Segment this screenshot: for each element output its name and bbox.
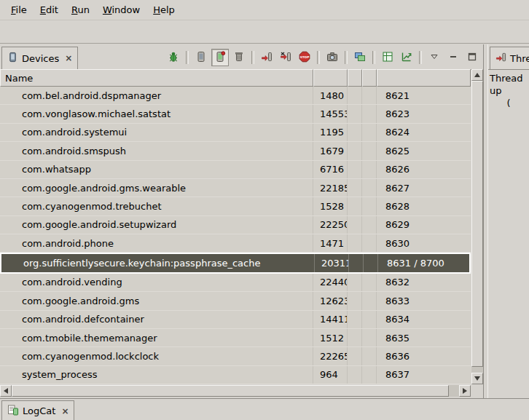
empty-cell bbox=[362, 347, 377, 365]
process-name: com.android.smspush bbox=[0, 142, 313, 159]
table-row[interactable]: com.android.vending 22440 8632 bbox=[0, 274, 471, 292]
vertical-scrollbar[interactable] bbox=[471, 69, 483, 384]
process-pid: 6716 bbox=[313, 161, 348, 178]
menu-help[interactable]: Help bbox=[146, 1, 181, 18]
minimize-button[interactable] bbox=[444, 49, 462, 66]
process-port: 8629 bbox=[377, 216, 471, 234]
process-pid: 1679 bbox=[313, 142, 348, 159]
device-icon bbox=[7, 52, 18, 65]
trash-icon bbox=[233, 51, 245, 65]
ddms-window: FileEditRunWindowHelp Devices × bbox=[0, 0, 529, 420]
empty-cell bbox=[349, 254, 364, 272]
chart-arrow-icon bbox=[401, 51, 412, 65]
main-area: Devices × bbox=[0, 44, 529, 398]
stop-method-profiling-button[interactable] bbox=[277, 49, 294, 66]
toolbar-separator bbox=[251, 51, 254, 64]
process-port: 8634 bbox=[377, 311, 471, 328]
table-row[interactable]: com.cyanogenmod.lockclock 22265 8636 bbox=[0, 347, 471, 365]
column-header-port bbox=[377, 69, 471, 87]
cause-gc-button[interactable] bbox=[230, 49, 248, 66]
process-port: 8624 bbox=[377, 124, 471, 141]
table-row[interactable]: com.google.android.setupwizard 22250 862… bbox=[0, 216, 471, 234]
tab-threads-label: Threads bbox=[510, 53, 529, 64]
horizontal-scrollbar[interactable] bbox=[0, 385, 471, 397]
empty-cell bbox=[348, 124, 362, 141]
table-row[interactable]: com.cyanogenmod.trebuchet 1528 8628 bbox=[0, 197, 471, 215]
screen-capture-button[interactable] bbox=[324, 49, 341, 66]
vertical-scroll-thumb[interactable] bbox=[471, 81, 483, 367]
device-table-body: com.bel.android.dspmanager 1480 8621 com… bbox=[0, 87, 471, 384]
logcat-bar: LogCat × bbox=[0, 398, 529, 420]
toolbar-separator bbox=[186, 51, 189, 64]
menu-window[interactable]: Window bbox=[96, 1, 146, 18]
empty-cell bbox=[348, 311, 362, 328]
table-row[interactable]: com.whatsapp 6716 8626 bbox=[0, 161, 471, 179]
stop-process-button[interactable]: STOP bbox=[296, 49, 313, 66]
table-row[interactable]: com.google.android.gms.wearable 22185 86… bbox=[0, 179, 471, 197]
view-hierarchy-button[interactable] bbox=[379, 49, 396, 66]
arrow-up-icon bbox=[474, 73, 480, 77]
dump-hprof-button[interactable] bbox=[211, 49, 229, 66]
debug-process-button[interactable] bbox=[165, 49, 182, 66]
tab-devices-label: Devices bbox=[22, 53, 59, 64]
tab-threads[interactable]: Threads bbox=[490, 47, 529, 69]
menu-file[interactable]: File bbox=[4, 1, 34, 18]
table-row[interactable]: org.sufficientlysecure.keychain:passphra… bbox=[0, 253, 471, 273]
table-row[interactable]: com.android.smspush 1679 8625 bbox=[0, 142, 471, 160]
arrow-left-icon bbox=[4, 388, 8, 394]
process-name: com.google.android.gms bbox=[0, 292, 313, 309]
tab-devices[interactable]: Devices × bbox=[1, 47, 78, 69]
process-pid: 1480 bbox=[313, 87, 348, 104]
dual-screen-capture-button[interactable] bbox=[351, 49, 369, 66]
table-row[interactable]: com.vonglasow.michael.satstat 14553 8623 bbox=[0, 105, 471, 123]
empty-cell bbox=[362, 366, 377, 384]
table-row[interactable]: com.tmobile.thememanager 1512 8635 bbox=[0, 329, 471, 347]
devices-toolbar: STOP bbox=[165, 48, 481, 67]
process-pid: 1512 bbox=[313, 329, 348, 346]
scroll-right-button[interactable] bbox=[459, 385, 471, 397]
horizontal-scroll-thumb[interactable] bbox=[12, 385, 449, 397]
table-row[interactable]: com.android.phone 1471 8630 bbox=[0, 234, 471, 253]
process-name: com.android.phone bbox=[0, 234, 313, 252]
table-row[interactable]: system_process 964 8637 bbox=[0, 366, 471, 384]
table-row[interactable]: com.google.android.gms 12623 8633 bbox=[0, 292, 471, 310]
threads-message-line2: ( bbox=[490, 97, 528, 109]
close-icon[interactable]: × bbox=[65, 53, 72, 63]
table-row[interactable]: com.android.defcontainer 14411 8634 bbox=[0, 311, 471, 329]
dual-screen-icon bbox=[354, 51, 366, 65]
empty-cell bbox=[348, 366, 362, 384]
process-pid: 1471 bbox=[313, 234, 348, 252]
maximize-button[interactable] bbox=[463, 49, 481, 66]
empty-cell bbox=[348, 234, 362, 252]
update-heap-button[interactable] bbox=[192, 49, 210, 66]
view-menu-button[interactable] bbox=[426, 49, 443, 66]
table-row[interactable]: com.android.systemui 1195 8624 bbox=[0, 124, 471, 142]
empty-cell bbox=[362, 292, 377, 309]
table-row[interactable]: com.bel.android.dspmanager 1480 8621 bbox=[0, 87, 471, 105]
empty-cell bbox=[362, 274, 377, 291]
update-threads-button[interactable] bbox=[258, 49, 275, 66]
column-header-name[interactable]: Name bbox=[0, 69, 313, 87]
empty-cell bbox=[364, 254, 378, 272]
empty-cell bbox=[362, 197, 377, 215]
toolbar-separator bbox=[345, 51, 348, 64]
scroll-left-button[interactable] bbox=[0, 385, 12, 397]
close-icon[interactable]: × bbox=[61, 406, 68, 416]
scrollbar-corner bbox=[471, 385, 483, 397]
menu-run[interactable]: Run bbox=[65, 1, 96, 18]
empty-cell bbox=[348, 142, 362, 159]
threads-panel: Threads Thread up ( bbox=[487, 44, 529, 398]
empty-cell bbox=[348, 197, 362, 215]
minimize-icon bbox=[448, 52, 458, 64]
menu-edit[interactable]: Edit bbox=[34, 1, 65, 18]
tab-logcat[interactable]: LogCat × bbox=[1, 400, 74, 420]
capture-view-button[interactable] bbox=[398, 49, 415, 66]
arrow-down-icon bbox=[474, 376, 480, 381]
arrow-right-icon bbox=[463, 388, 467, 394]
process-name: org.sufficientlysecure.keychain:passphra… bbox=[1, 254, 315, 272]
scroll-down-button[interactable] bbox=[471, 373, 483, 384]
process-name: com.google.android.gms.wearable bbox=[0, 179, 313, 197]
process-pid: 964 bbox=[313, 366, 348, 384]
process-port: 8636 bbox=[377, 347, 471, 365]
scroll-up-button[interactable] bbox=[471, 69, 483, 81]
